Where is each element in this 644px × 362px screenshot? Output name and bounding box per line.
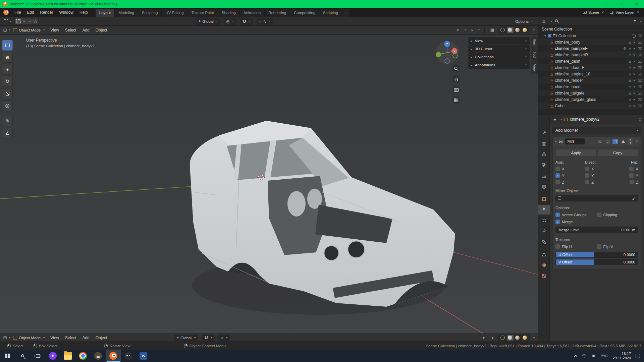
shading-solid-icon[interactable] xyxy=(507,335,514,341)
ortho-toggle-button[interactable] xyxy=(452,96,460,104)
viewport-menu-object[interactable]: Object xyxy=(93,334,110,342)
pivot-point-dropdown[interactable]: ◎ ▾ xyxy=(224,18,236,25)
snapping-dropdown[interactable]: ▾ xyxy=(240,18,253,25)
overlays-icon[interactable]: ◑ xyxy=(469,27,475,33)
outliner-object-row[interactable]: △ chimère_hood △ xyxy=(538,83,644,90)
close-button[interactable]: ✕ xyxy=(629,0,644,8)
selectability-icon[interactable] xyxy=(633,105,636,107)
outliner-object-row[interactable]: △ chimère_tailgate_glass △ xyxy=(538,96,644,103)
move-down-icon[interactable]: ▼ xyxy=(628,141,633,145)
tab-texture-properties[interactable] xyxy=(538,271,550,281)
menu-help[interactable]: Help xyxy=(76,8,91,17)
edit-mode-toggle[interactable] xyxy=(612,139,618,144)
disable-render-icon[interactable] xyxy=(638,73,642,75)
tab-output-properties[interactable] xyxy=(538,150,550,159)
shading-material-icon[interactable] xyxy=(514,27,521,33)
editor-type-icon[interactable]: ⊞ xyxy=(2,27,8,33)
maximize-button[interactable]: □ xyxy=(614,0,629,8)
select-mode-new-icon[interactable] xyxy=(15,18,21,24)
npanel-section-3d-cursor[interactable]: ▸3D Cursor≡ xyxy=(468,45,530,53)
collection-checkbox[interactable]: ✓ xyxy=(548,34,551,38)
action-center-icon[interactable] xyxy=(636,354,640,358)
minimize-button[interactable]: — xyxy=(600,0,614,8)
show-gizmo-icon[interactable]: ⌖ xyxy=(481,335,487,341)
workspace-tab-shading[interactable]: Shading xyxy=(218,9,239,17)
transform-orientation-dropdown[interactable]: ⌖ Global ▾ xyxy=(196,18,220,25)
tab-constraint-properties[interactable] xyxy=(538,237,550,247)
disable-render-icon[interactable] xyxy=(638,66,642,69)
viewport-menu-select[interactable]: Select xyxy=(62,26,79,34)
workspace-tab-layout[interactable]: Layout xyxy=(96,9,115,17)
menu-file[interactable]: File xyxy=(11,8,24,17)
workspace-tab-sculpting[interactable]: Sculpting xyxy=(138,9,161,17)
selectability-icon[interactable] xyxy=(633,47,636,50)
outliner-object-row[interactable]: △ chimère_tailgate △ xyxy=(538,90,644,96)
merge-checkbox[interactable]: ✓ xyxy=(555,220,560,224)
outliner-editor-icon[interactable]: ≣ xyxy=(541,18,547,24)
workspace-tab-compositing[interactable]: Compositing xyxy=(290,9,319,17)
taskbar-app-blender[interactable] xyxy=(106,350,121,362)
pin-icon[interactable] xyxy=(639,118,641,121)
bisect-x-checkbox[interactable] xyxy=(585,167,589,171)
disable-render-icon[interactable] xyxy=(638,92,642,95)
taskbar-app-gimp[interactable] xyxy=(91,350,106,362)
options-dropdown[interactable]: Options ▾ xyxy=(513,18,535,25)
outliner-object-row[interactable]: △ chimère_fender △ xyxy=(538,77,644,83)
viewport-menu-view[interactable]: View xyxy=(47,334,62,342)
viewport-visibility-toggle[interactable] xyxy=(605,139,610,144)
viewport-menu-view[interactable]: View xyxy=(47,26,62,34)
outliner-object-row[interactable]: △ chimère_bumperF ⚙△ xyxy=(538,45,644,52)
disable-render-icon[interactable] xyxy=(638,98,642,101)
disable-render-icon[interactable] xyxy=(638,41,642,44)
outliner-object-row[interactable]: △ chimère_engine_18 △ xyxy=(538,71,644,77)
properties-editor-icon[interactable]: ≡ xyxy=(552,116,557,122)
viewport-menu-select[interactable]: Select xyxy=(62,334,79,342)
tab-physics-properties[interactable] xyxy=(538,227,550,236)
tool-cursor[interactable]: ⊕ xyxy=(2,52,13,63)
tab-scene-properties[interactable] xyxy=(538,171,550,181)
flip-u-checkbox[interactable] xyxy=(555,244,560,249)
shading-solid-icon[interactable] xyxy=(507,27,514,33)
axis-z-checkbox[interactable] xyxy=(555,180,560,184)
menu-edit[interactable]: Edit xyxy=(24,8,37,17)
npanel-section-view[interactable]: ▸View≡ xyxy=(468,37,530,45)
expand-icon[interactable]: ▾ xyxy=(555,140,557,143)
selectability-icon[interactable] xyxy=(633,85,636,88)
workspace-tab-animation[interactable]: Animation xyxy=(240,9,264,17)
snapping-dropdown[interactable]: ▾ xyxy=(202,335,215,341)
render-visibility-toggle[interactable] xyxy=(597,139,603,144)
scene-collection-row[interactable]: Scene Collection xyxy=(538,25,644,33)
tab-world-properties[interactable] xyxy=(538,182,550,191)
taskbar-app-discord[interactable] xyxy=(121,350,136,362)
selectability-icon[interactable] xyxy=(633,73,636,75)
start-button[interactable] xyxy=(0,350,15,362)
copy-button[interactable]: Copy xyxy=(597,149,639,156)
task-view-button[interactable] xyxy=(30,350,45,362)
bisect-z-checkbox[interactable] xyxy=(585,180,589,184)
zoom-button[interactable] xyxy=(452,65,460,73)
tab-render-properties[interactable] xyxy=(538,139,550,148)
workspace-tab-scripting[interactable]: Scripting xyxy=(319,9,342,17)
mode-selector[interactable]: Object Mode ▾ xyxy=(10,27,47,34)
tab-material-properties[interactable] xyxy=(538,260,550,270)
workspace-tab-texture-paint[interactable]: Texture Paint xyxy=(188,9,218,17)
xray-toggle-icon[interactable]: ▩ xyxy=(489,27,495,33)
tab-item[interactable]: Item xyxy=(531,37,538,49)
flip-z-checkbox[interactable] xyxy=(630,180,634,184)
tab-tool-properties[interactable] xyxy=(538,128,550,138)
active-tool-icon[interactable] xyxy=(3,18,9,24)
select-mode-subtract-icon[interactable]: − xyxy=(27,18,33,24)
remove-view-layer-icon[interactable]: × xyxy=(636,10,640,15)
tab-modifier-properties[interactable] xyxy=(538,205,550,215)
workspace-tab-modeling[interactable]: Modeling xyxy=(115,9,138,17)
tool-scale[interactable] xyxy=(2,88,13,99)
clipping-checkbox[interactable] xyxy=(597,213,601,217)
network-icon[interactable] xyxy=(582,354,587,358)
npanel-section-annotations[interactable]: ▸Annotations≡ xyxy=(468,61,530,69)
viewport-menu-add[interactable]: Add xyxy=(79,26,92,34)
tab-object-data-properties[interactable] xyxy=(538,250,550,259)
apply-button[interactable]: Apply xyxy=(555,149,597,156)
outliner-object-row[interactable]: △ chimère_bumperR △ xyxy=(538,52,644,58)
viewport-menu-object[interactable]: Object xyxy=(93,26,110,34)
tab-object-properties[interactable] xyxy=(538,194,550,204)
